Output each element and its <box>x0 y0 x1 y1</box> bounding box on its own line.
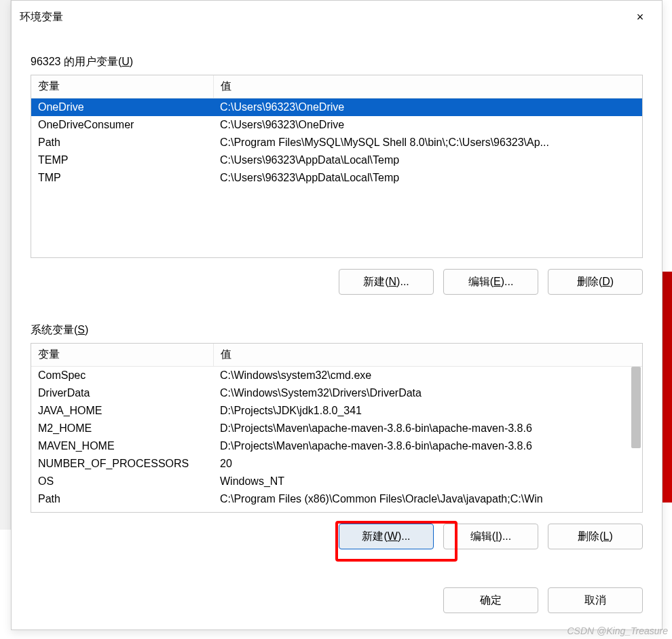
table-row[interactable]: MAVEN_HOMED:\Projects\Maven\apache-maven… <box>31 437 642 455</box>
user-variables-label: 96323 的用户变量(U) <box>31 55 643 69</box>
system-variables-label: 系统变量(S) <box>31 323 643 337</box>
var-name-cell: Path <box>31 490 213 508</box>
table-row[interactable]: ComSpecC:\Windows\system32\cmd.exe <box>31 367 642 384</box>
user-col-value[interactable]: 值 <box>213 75 642 98</box>
var-name-cell: TMP <box>31 169 213 187</box>
table-row[interactable]: JAVA_HOMED:\Projects\JDK\jdk1.8.0_341 <box>31 402 642 420</box>
var-name-cell: TEMP <box>31 151 213 169</box>
ok-button[interactable]: 确定 <box>443 587 538 613</box>
var-value-cell: C:\Program Files (x86)\Common Files\Orac… <box>213 490 642 508</box>
table-row[interactable]: M2_HOMED:\Projects\Maven\apache-maven-3.… <box>31 420 642 437</box>
var-name-cell: Path <box>31 134 213 151</box>
cancel-button[interactable]: 取消 <box>548 587 643 613</box>
var-name-cell: OS <box>31 473 213 490</box>
table-row[interactable]: PathC:\Program Files\MySQL\MySQL Shell 8… <box>31 134 642 151</box>
var-value-cell: 20 <box>213 455 642 473</box>
table-row[interactable]: OSWindows_NT <box>31 473 642 490</box>
var-name-cell: JAVA_HOME <box>31 402 213 420</box>
table-row[interactable]: TMPC:\Users\96323\AppData\Local\Temp <box>31 169 642 187</box>
behind-window-right-strip <box>662 272 672 503</box>
var-value-cell: C:\Users\96323\AppData\Local\Temp <box>213 151 642 169</box>
var-value-cell: C:\Windows\System32\Drivers\DriverData <box>213 384 642 402</box>
system-table-scrollbar-thumb[interactable] <box>631 367 641 448</box>
var-name-cell: MAVEN_HOME <box>31 437 213 455</box>
var-value-cell: C:\Users\96323\OneDrive <box>213 98 642 117</box>
environment-variables-dialog: 环境变量 × 96323 的用户变量(U) 变量 值 OneDriveC:\Us… <box>11 0 662 630</box>
var-value-cell: D:\Projects\JDK\jdk1.8.0_341 <box>213 402 642 420</box>
var-value-cell: D:\Projects\Maven\apache-maven-3.8.6-bin… <box>213 437 642 455</box>
window-title: 环境变量 <box>20 10 63 24</box>
table-row[interactable]: TEMPC:\Users\96323\AppData\Local\Temp <box>31 151 642 169</box>
user-variables-table[interactable]: 变量 值 OneDriveC:\Users\96323\OneDriveOneD… <box>31 75 643 258</box>
table-row[interactable]: OneDriveC:\Users\96323\OneDrive <box>31 98 642 117</box>
system-edit-button[interactable]: 编辑(I)... <box>443 524 538 549</box>
user-buttons-row: 新建(N)... 编辑(E)... 删除(D) <box>31 258 643 302</box>
table-row[interactable]: DriverDataC:\Windows\System32\Drivers\Dr… <box>31 384 642 402</box>
var-value-cell: C:\Windows\system32\cmd.exe <box>213 367 642 384</box>
behind-window-left-strip <box>0 0 11 530</box>
var-value-cell: C:\Program Files\MySQL\MySQL Shell 8.0\b… <box>213 134 642 151</box>
var-name-cell: ComSpec <box>31 367 213 384</box>
titlebar: 环境变量 × <box>12 1 662 33</box>
var-value-cell: C:\Users\96323\AppData\Local\Temp <box>213 169 642 187</box>
sys-col-value[interactable]: 值 <box>213 344 642 367</box>
table-row[interactable]: PathC:\Program Files (x86)\Common Files\… <box>31 490 642 508</box>
table-row[interactable]: OneDriveConsumerC:\Users\96323\OneDrive <box>31 116 642 134</box>
var-value-cell: D:\Projects\Maven\apache-maven-3.8.6-bin… <box>213 420 642 437</box>
close-button[interactable]: × <box>627 6 654 28</box>
var-name-cell: M2_HOME <box>31 420 213 437</box>
var-name-cell: DriverData <box>31 384 213 402</box>
system-buttons-row: 新建(W)... 编辑(I)... 删除(L) <box>31 513 643 556</box>
user-edit-button[interactable]: 编辑(E)... <box>443 269 538 295</box>
var-value-cell: Windows_NT <box>213 473 642 490</box>
system-delete-button[interactable]: 删除(L) <box>548 524 643 549</box>
user-new-button[interactable]: 新建(N)... <box>339 269 434 295</box>
system-new-button[interactable]: 新建(W)... <box>339 524 434 549</box>
dialog-buttons-row: 确定 取消 <box>12 556 662 613</box>
sys-col-variable[interactable]: 变量 <box>31 344 213 367</box>
var-name-cell: OneDrive <box>31 98 213 117</box>
system-variables-table[interactable]: 变量 值 ComSpecC:\Windows\system32\cmd.exeD… <box>31 343 643 513</box>
close-icon: × <box>637 10 644 24</box>
table-row[interactable]: NUMBER_OF_PROCESSORS20 <box>31 455 642 473</box>
user-col-variable[interactable]: 变量 <box>31 75 213 98</box>
user-delete-button[interactable]: 删除(D) <box>548 269 643 295</box>
var-name-cell: OneDriveConsumer <box>31 116 213 134</box>
var-value-cell: C:\Users\96323\OneDrive <box>213 116 642 134</box>
var-name-cell: NUMBER_OF_PROCESSORS <box>31 455 213 473</box>
